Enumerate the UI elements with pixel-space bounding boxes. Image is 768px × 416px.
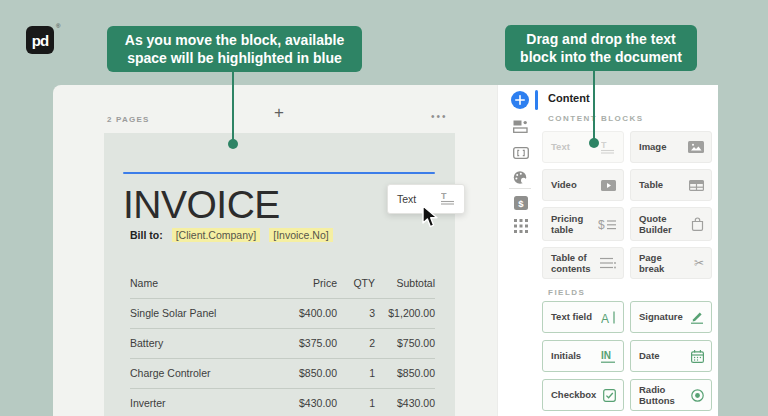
plus-icon (515, 95, 525, 105)
video-icon (601, 180, 616, 191)
table-icon (689, 180, 704, 191)
cell-name: Charge Controler (130, 358, 262, 388)
image-icon (688, 141, 704, 153)
signature-icon (690, 310, 704, 324)
bill-to-row: Bill to: [Client.Company] [Invoice.No] (130, 228, 333, 242)
cell-price: $850.00 (262, 358, 337, 388)
registered-mark: ® (56, 23, 60, 29)
drop-highlight-line (123, 172, 435, 174)
cell-name: Battery (130, 328, 262, 358)
cell-price: $400.00 (262, 298, 337, 328)
content-block-text[interactable]: Text T (542, 131, 624, 163)
callout-right-line2: block into the document (520, 48, 682, 66)
cell-name: Single Solar Panel (130, 298, 262, 328)
initials-icon: IN (601, 350, 616, 363)
cell-qty: 1 (337, 388, 375, 416)
cell-price: $430.00 (262, 388, 337, 416)
design-button[interactable] (512, 169, 529, 186)
radio-buttons-icon (691, 389, 704, 402)
active-tab-indicator (535, 90, 538, 110)
panel-title: Content (548, 92, 590, 104)
client-company-token[interactable]: [Client.Company] (172, 228, 261, 242)
stage: pd ® As you move the block, available sp… (0, 0, 768, 416)
quote-builder-icon (691, 217, 704, 231)
content-block-image[interactable]: Image (630, 131, 712, 163)
field-initials[interactable]: Initials IN (542, 340, 624, 372)
sidebar-rail: $ (498, 85, 542, 416)
field-checkbox[interactable]: Checkbox (542, 379, 624, 411)
document-page[interactable]: INVOICE Bill to: [Client.Company] [Invoi… (104, 133, 455, 416)
content-block-page-break[interactable]: Page break ✂ (630, 247, 712, 279)
blocks-icon (513, 120, 528, 133)
callout-right-line1: Drag and drop the text (526, 30, 675, 48)
callout-drag-drop: Drag and drop the text block into the do… (505, 25, 697, 71)
cell-subtotal: $1,200.00 (375, 298, 435, 328)
svg-text:$: $ (598, 218, 605, 231)
callout-left-dot (228, 139, 238, 149)
content-block-table[interactable]: Table (630, 169, 712, 201)
palette-icon (513, 171, 528, 184)
apps-button[interactable] (512, 217, 529, 234)
text-icon: T (441, 191, 456, 207)
cell-price: $375.00 (262, 328, 337, 358)
callout-right-dot (589, 138, 599, 148)
pages-label: 2 PAGES (107, 115, 150, 124)
variables-icon (513, 147, 529, 159)
text-icon: T (601, 140, 616, 154)
add-page-button[interactable]: + (269, 103, 289, 123)
catalog-dollar-icon: $ (514, 196, 528, 210)
cell-subtotal: $430.00 (375, 388, 435, 416)
svg-text:IN: IN (601, 350, 611, 361)
col-header-price: Price (262, 268, 337, 298)
col-header-qty: QTY (337, 268, 375, 298)
content-blocks-grid: Text T Image Video (542, 131, 718, 279)
checkbox-icon (603, 389, 616, 402)
table-row: Single Solar Panel $400.00 3 $1,200.00 (130, 298, 435, 328)
content-block-quote-builder[interactable]: Quote Builder (630, 207, 712, 241)
catalog-button[interactable]: $ (512, 194, 529, 211)
callout-move-block: As you move the block, available space w… (107, 26, 362, 72)
more-menu-button[interactable]: ••• (431, 111, 448, 122)
pandadoc-logo: pd (26, 26, 54, 54)
table-row: Inverter $430.00 1 $430.00 (130, 388, 435, 416)
svg-text:$: $ (518, 197, 524, 208)
date-icon (691, 350, 704, 363)
pricing-table-icon: $ (598, 218, 616, 231)
logo-text: pd (32, 32, 48, 49)
field-radio-buttons[interactable]: Radio Buttons (630, 379, 712, 411)
blocks-button[interactable] (512, 118, 529, 135)
field-text-field[interactable]: Text field A (542, 301, 624, 333)
callout-left-line2: space will be highlighted in blue (127, 49, 342, 67)
add-content-button[interactable] (511, 91, 529, 109)
content-blocks-section-label: CONTENT BLOCKS (548, 114, 644, 123)
page-break-icon: ✂ (694, 257, 704, 269)
svg-text:T: T (601, 140, 607, 150)
cell-name: Inverter (130, 388, 262, 416)
invoice-title: INVOICE (123, 183, 280, 227)
svg-text:T: T (441, 191, 447, 201)
sidebar: $ Content CONTENT BLOCKS Text T Image (497, 85, 718, 416)
field-signature[interactable]: Signature (630, 301, 712, 333)
callout-right-connector (593, 71, 595, 139)
fields-grid: Text field A Signature Initials IN (542, 301, 718, 411)
mouse-cursor-icon (421, 205, 439, 229)
table-header-row: Name Price QTY Subtotal (130, 268, 435, 298)
text-field-icon: A (601, 311, 616, 324)
invoice-table[interactable]: Name Price QTY Subtotal Single Solar Pan… (130, 268, 435, 416)
cell-subtotal: $750.00 (375, 328, 435, 358)
content-block-video[interactable]: Video (542, 169, 624, 201)
invoice-no-token[interactable]: [Invoice.No] (269, 228, 332, 242)
cell-qty: 3 (337, 298, 375, 328)
dragged-block-label: Text (397, 193, 416, 205)
table-row: Charge Controler $850.00 1 $850.00 (130, 358, 435, 388)
callout-left-line1: As you move the block, available (125, 31, 344, 49)
cell-qty: 2 (337, 328, 375, 358)
field-date[interactable]: Date (630, 340, 712, 372)
content-block-pricing-table[interactable]: Pricing table $ (542, 207, 624, 241)
callout-left-connector (232, 72, 234, 140)
content-block-table-of-contents[interactable]: Table of contents (542, 247, 624, 279)
bill-to-label: Bill to: (130, 229, 163, 241)
variables-button[interactable] (512, 144, 529, 161)
col-header-subtotal: Subtotal (375, 268, 435, 298)
editor-window: 2 PAGES + ••• INVOICE Bill to: [Client.C… (53, 85, 718, 416)
